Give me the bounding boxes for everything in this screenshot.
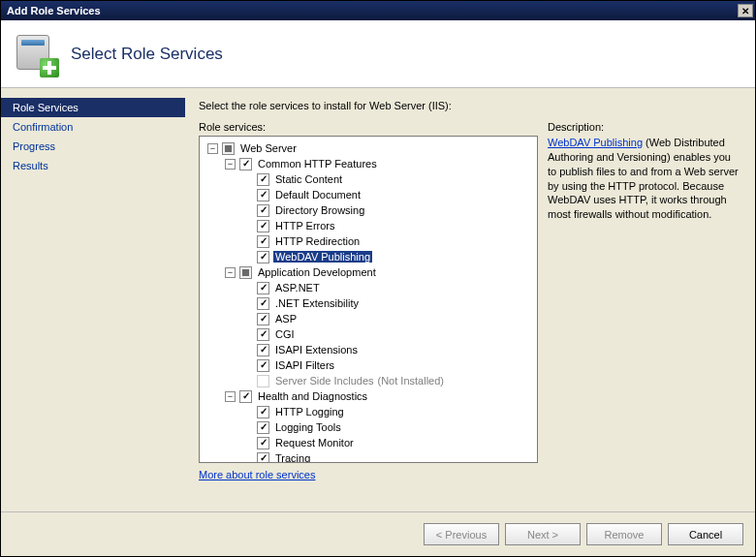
checkbox[interactable] bbox=[257, 297, 269, 310]
expander-spacer bbox=[242, 298, 253, 309]
tree-node[interactable]: ASP bbox=[202, 311, 535, 326]
checkbox[interactable] bbox=[239, 266, 252, 279]
tree-node[interactable]: WebDAV Publishing bbox=[202, 249, 535, 264]
next-button[interactable]: Next > bbox=[505, 523, 581, 545]
expander-spacer bbox=[242, 453, 253, 464]
tree-node-label[interactable]: Default Document bbox=[273, 189, 362, 201]
collapse-icon[interactable]: − bbox=[225, 159, 236, 170]
expander-spacer bbox=[242, 221, 253, 232]
tree-node-label[interactable]: Server Side Includes bbox=[273, 375, 376, 387]
checkbox[interactable] bbox=[257, 437, 269, 449]
checkbox[interactable] bbox=[257, 220, 269, 232]
tree-node[interactable]: ISAPI Filters bbox=[202, 357, 535, 373]
checkbox[interactable] bbox=[257, 235, 269, 248]
tree-node[interactable]: CGI bbox=[202, 326, 535, 342]
tree-node[interactable]: HTTP Redirection bbox=[202, 233, 535, 249]
tree-label: Role services: bbox=[199, 121, 538, 133]
tree-node[interactable]: HTTP Errors bbox=[202, 218, 535, 233]
window-title: Add Role Services bbox=[7, 5, 101, 16]
expander-spacer bbox=[242, 329, 253, 340]
expander-spacer bbox=[242, 314, 253, 325]
checkbox[interactable] bbox=[222, 142, 235, 155]
sidebar-item-progress[interactable]: Progress bbox=[1, 137, 185, 156]
checkbox[interactable] bbox=[239, 158, 252, 170]
tree-node[interactable]: ASP.NET bbox=[202, 280, 535, 295]
tree-node-label[interactable]: ISAPI Extensions bbox=[273, 344, 360, 356]
tree-node[interactable]: Server Side Includes (Not Installed) bbox=[202, 373, 535, 388]
expander-spacer bbox=[242, 190, 253, 201]
tree-node[interactable]: −Application Development bbox=[202, 264, 535, 280]
tree-node[interactable]: Static Content bbox=[202, 171, 535, 187]
description-rest: (Web Distributed Authoring and Versionin… bbox=[548, 137, 739, 220]
checkbox[interactable] bbox=[257, 173, 269, 186]
tree-node-label[interactable]: ASP.NET bbox=[273, 282, 322, 294]
sidebar-item-results[interactable]: Results bbox=[1, 156, 185, 175]
checkbox[interactable] bbox=[257, 282, 269, 294]
tree-node[interactable]: HTTP Logging bbox=[202, 404, 535, 419]
description-text: WebDAV Publishing (Web Distributed Autho… bbox=[548, 136, 741, 222]
description-link[interactable]: WebDAV Publishing bbox=[548, 137, 643, 148]
tree-node[interactable]: .NET Extensibility bbox=[202, 295, 535, 311]
more-about-link[interactable]: More about role services bbox=[199, 469, 315, 480]
title-bar: Add Role Services ✕ bbox=[1, 1, 755, 20]
tree-node-label[interactable]: HTTP Errors bbox=[273, 220, 337, 232]
checkbox[interactable] bbox=[257, 204, 269, 217]
tree-node-label[interactable]: CGI bbox=[273, 328, 297, 340]
tree-node[interactable]: Logging Tools bbox=[202, 419, 535, 435]
close-icon: ✕ bbox=[741, 6, 749, 16]
tree-node-label[interactable]: Health and Diagnostics bbox=[256, 390, 369, 402]
checkbox[interactable] bbox=[257, 359, 269, 372]
tree-node[interactable]: Request Monitor bbox=[202, 435, 535, 450]
tree-node-label[interactable]: Common HTTP Features bbox=[256, 158, 379, 170]
tree-node-label[interactable]: Directory Browsing bbox=[273, 204, 366, 216]
tree-node-label[interactable]: Static Content bbox=[273, 173, 344, 185]
role-services-tree[interactable]: −Web Server−Common HTTP FeaturesStatic C… bbox=[199, 136, 538, 463]
tree-node[interactable]: −Web Server bbox=[202, 140, 535, 156]
checkbox[interactable] bbox=[257, 344, 269, 356]
tree-node-label[interactable]: HTTP Redirection bbox=[273, 235, 362, 247]
tree-node-label[interactable]: Logging Tools bbox=[273, 421, 343, 433]
collapse-icon[interactable]: − bbox=[207, 143, 218, 154]
collapse-icon[interactable]: − bbox=[225, 267, 236, 278]
tree-node[interactable]: Tracing bbox=[202, 450, 535, 463]
tree-node-label[interactable]: Request Monitor bbox=[273, 437, 356, 449]
sidebar-item-role-services[interactable]: Role Services bbox=[1, 98, 185, 117]
remove-button[interactable]: Remove bbox=[586, 523, 662, 545]
page-title: Select Role Services bbox=[71, 45, 223, 64]
cancel-button[interactable]: Cancel bbox=[668, 523, 743, 545]
checkbox[interactable] bbox=[257, 328, 269, 341]
tree-node-label[interactable]: WebDAV Publishing bbox=[273, 251, 372, 263]
tree-node[interactable]: −Common HTTP Features bbox=[202, 156, 535, 171]
main-panel: Select the role services to install for … bbox=[185, 88, 755, 511]
checkbox[interactable] bbox=[257, 421, 269, 434]
checkbox[interactable] bbox=[257, 251, 269, 263]
tree-node-label[interactable]: Application Development bbox=[256, 266, 378, 278]
checkbox[interactable] bbox=[257, 452, 269, 464]
tree-node-label[interactable]: Web Server bbox=[238, 142, 299, 154]
previous-button[interactable]: < Previous bbox=[424, 523, 499, 545]
tree-node-label[interactable]: HTTP Logging bbox=[273, 406, 346, 418]
expander-spacer bbox=[242, 252, 253, 263]
tree-node-label[interactable]: ASP bbox=[273, 313, 299, 325]
tree-node[interactable]: Default Document bbox=[202, 187, 535, 202]
plus-icon bbox=[40, 58, 59, 77]
collapse-icon[interactable]: − bbox=[225, 391, 236, 402]
sidebar-item-confirmation[interactable]: Confirmation bbox=[1, 117, 185, 137]
description-label: Description: bbox=[548, 121, 741, 133]
checkbox[interactable] bbox=[257, 406, 269, 418]
close-button[interactable]: ✕ bbox=[738, 4, 753, 17]
expander-spacer bbox=[242, 438, 253, 449]
checkbox[interactable] bbox=[257, 313, 269, 325]
checkbox[interactable] bbox=[257, 189, 269, 201]
wizard-steps-sidebar: Role ServicesConfirmationProgressResults bbox=[1, 88, 185, 511]
tree-node[interactable]: −Health and Diagnostics bbox=[202, 388, 535, 404]
checkbox bbox=[257, 375, 269, 387]
tree-node-suffix: (Not Installed) bbox=[376, 375, 446, 387]
expander-spacer bbox=[242, 376, 253, 387]
tree-node-label[interactable]: ISAPI Filters bbox=[273, 359, 336, 371]
tree-node-label[interactable]: Tracing bbox=[273, 452, 312, 463]
tree-node[interactable]: Directory Browsing bbox=[202, 202, 535, 218]
tree-node-label[interactable]: .NET Extensibility bbox=[273, 297, 361, 309]
tree-node[interactable]: ISAPI Extensions bbox=[202, 342, 535, 357]
checkbox[interactable] bbox=[239, 390, 252, 403]
